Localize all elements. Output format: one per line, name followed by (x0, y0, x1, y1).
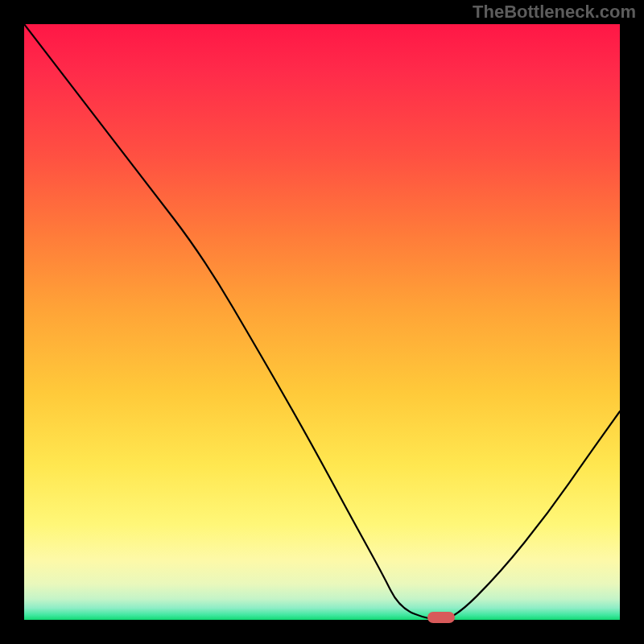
bottleneck-curve (24, 24, 620, 620)
optimal-marker (427, 612, 455, 623)
watermark-text: TheBottleneck.com (473, 2, 636, 23)
plot-area (24, 24, 620, 620)
curve-path (24, 24, 620, 620)
chart-container: TheBottleneck.com (0, 0, 644, 644)
